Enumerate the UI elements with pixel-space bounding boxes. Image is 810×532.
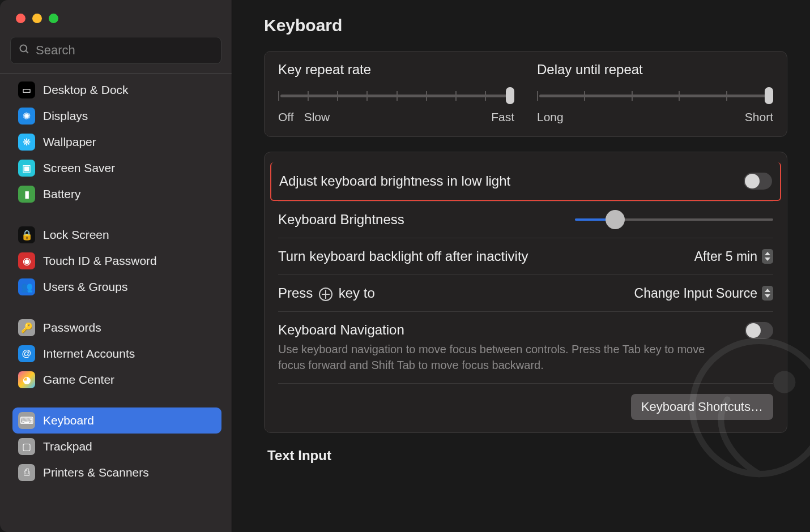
game-center-icon: ◕: [18, 371, 35, 388]
text-input-heading: Text Input: [267, 448, 787, 464]
stepper-icon: [762, 249, 773, 264]
sidebar-item-label: Game Center: [43, 373, 114, 387]
displays-icon: ✺: [18, 108, 35, 125]
keyboard-navigation-desc: Use keyboard navigation to move focus be…: [278, 341, 709, 373]
sidebar-item-label: Desktop & Dock: [43, 83, 129, 97]
sidebar-item-desktop-dock[interactable]: ▭Desktop & Dock: [12, 77, 221, 103]
sidebar-item-label: Printers & Scanners: [43, 466, 149, 479]
search-box[interactable]: [10, 37, 221, 64]
globe-key-label: Press key to: [278, 285, 634, 301]
battery-icon: ▮: [18, 186, 35, 203]
printers-scanners-icon: ⎙: [18, 464, 35, 481]
sidebar-list: ▭Desktop & Dock✺Displays❋Wallpaper▣Scree…: [0, 77, 232, 532]
key-repeat-section: Key repeat rate Off: [264, 51, 787, 137]
key-repeat-rate-slider[interactable]: [278, 89, 514, 105]
keyboard-settings-section: Adjust keyboard brightness in low light …: [264, 152, 787, 433]
keyboard-shortcuts-button[interactable]: Keyboard Shortcuts…: [631, 394, 773, 420]
page-title: Keyboard: [264, 16, 787, 35]
backlight-off-row: Turn keyboard backlight off after inacti…: [278, 238, 773, 274]
internet-accounts-icon: @: [18, 345, 35, 362]
key-repeat-rate-label: Key repeat rate: [278, 62, 514, 78]
auto-brightness-toggle[interactable]: [744, 173, 772, 190]
sidebar-item-trackpad[interactable]: ▢Trackpad: [12, 434, 221, 460]
sidebar-item-keyboard[interactable]: ⌨Keyboard: [12, 407, 221, 434]
shortcuts-button-row: Keyboard Shortcuts…: [278, 383, 773, 420]
divider: [0, 73, 232, 74]
sidebar-item-label: Passwords: [43, 321, 101, 334]
touch-id-password-icon: ◉: [18, 252, 35, 269]
sidebar-item-internet-accounts[interactable]: @Internet Accounts: [12, 341, 221, 367]
sidebar-item-label: Battery: [43, 187, 81, 201]
key-repeat-rate-labels: Off Slow Fast: [278, 110, 514, 124]
backlight-off-label: Turn keyboard backlight off after inacti…: [278, 248, 694, 264]
slider-thumb[interactable]: [506, 87, 514, 104]
keyboard-brightness-row: Keyboard Brightness: [278, 201, 773, 238]
sidebar-item-label: Trackpad: [43, 440, 92, 453]
sidebar-item-game-center[interactable]: ◕Game Center: [12, 367, 221, 393]
passwords-icon: 🔑: [18, 319, 35, 336]
sidebar-item-wallpaper[interactable]: ❋Wallpaper: [12, 129, 221, 155]
content-pane: Keyboard Key repeat rate: [232, 0, 810, 532]
trackpad-icon: ▢: [18, 438, 35, 455]
sidebar-item-label: Screen Saver: [43, 161, 115, 175]
minimize-window-button[interactable]: [32, 14, 42, 23]
keyboard-brightness-label: Keyboard Brightness: [278, 212, 575, 228]
keyboard-navigation-label: Keyboard Navigation: [278, 322, 745, 338]
svg-point-0: [20, 45, 27, 52]
sidebar-item-label: Users & Groups: [43, 280, 127, 294]
sidebar-item-battery[interactable]: ▮Battery: [12, 181, 221, 207]
lock-screen-icon: 🔒: [18, 226, 35, 243]
stepper-icon: [762, 286, 773, 301]
keyboard-icon: ⌨: [18, 412, 35, 429]
svg-line-1: [26, 51, 28, 53]
fullscreen-window-button[interactable]: [49, 14, 58, 23]
sidebar-item-users-groups[interactable]: 👥Users & Groups: [12, 274, 221, 300]
wallpaper-icon: ❋: [18, 134, 35, 151]
globe-key-row: Press key to Change Input Source: [278, 274, 773, 311]
sidebar-item-passwords[interactable]: 🔑Passwords: [12, 315, 221, 341]
close-window-button[interactable]: [16, 14, 25, 23]
sidebar-item-label: Displays: [43, 109, 88, 123]
keyboard-brightness-slider[interactable]: [575, 214, 773, 225]
slider-knob[interactable]: [606, 210, 625, 229]
desktop-dock-icon: ▭: [18, 81, 35, 98]
sidebar-item-lock-screen[interactable]: 🔒Lock Screen: [12, 222, 221, 248]
backlight-off-select[interactable]: After 5 min: [694, 249, 773, 264]
window-controls: [0, 0, 232, 37]
keyboard-navigation-toggle[interactable]: [745, 322, 773, 339]
search-input[interactable]: [36, 43, 213, 58]
delay-until-repeat-slider[interactable]: [537, 89, 773, 105]
sidebar-item-printers-scanners[interactable]: ⎙Printers & Scanners: [12, 460, 221, 486]
sidebar-item-screen-saver[interactable]: ▣Screen Saver: [12, 155, 221, 181]
sidebar-item-label: Lock Screen: [43, 228, 109, 242]
globe-key-select[interactable]: Change Input Source: [634, 286, 773, 301]
key-repeat-rate-group: Key repeat rate Off: [278, 62, 514, 124]
users-groups-icon: 👥: [18, 278, 35, 295]
delay-until-repeat-label: Delay until repeat: [537, 62, 773, 78]
slider-thumb[interactable]: [765, 87, 773, 104]
keyboard-navigation-row: Keyboard Navigation Use keyboard navigat…: [278, 311, 773, 383]
sidebar-item-displays[interactable]: ✺Displays: [12, 103, 221, 129]
sidebar-item-label: Touch ID & Password: [43, 254, 157, 268]
sidebar-item-label: Keyboard: [43, 414, 94, 427]
delay-until-repeat-labels: Long Short: [537, 110, 773, 124]
search-icon: [19, 44, 30, 57]
auto-brightness-label: Adjust keyboard brightness in low light: [279, 173, 744, 189]
sidebar-item-label: Wallpaper: [43, 135, 96, 149]
screen-saver-icon: ▣: [18, 160, 35, 177]
sidebar-item-label: Internet Accounts: [43, 347, 135, 361]
delay-until-repeat-group: Delay until repeat Long Short: [537, 62, 773, 124]
sidebar-item-touch-id-password[interactable]: ◉Touch ID & Password: [12, 248, 221, 274]
sidebar: ▭Desktop & Dock✺Displays❋Wallpaper▣Scree…: [0, 0, 232, 532]
globe-icon: [319, 288, 332, 301]
auto-brightness-row: Adjust keyboard brightness in low light: [270, 162, 781, 201]
